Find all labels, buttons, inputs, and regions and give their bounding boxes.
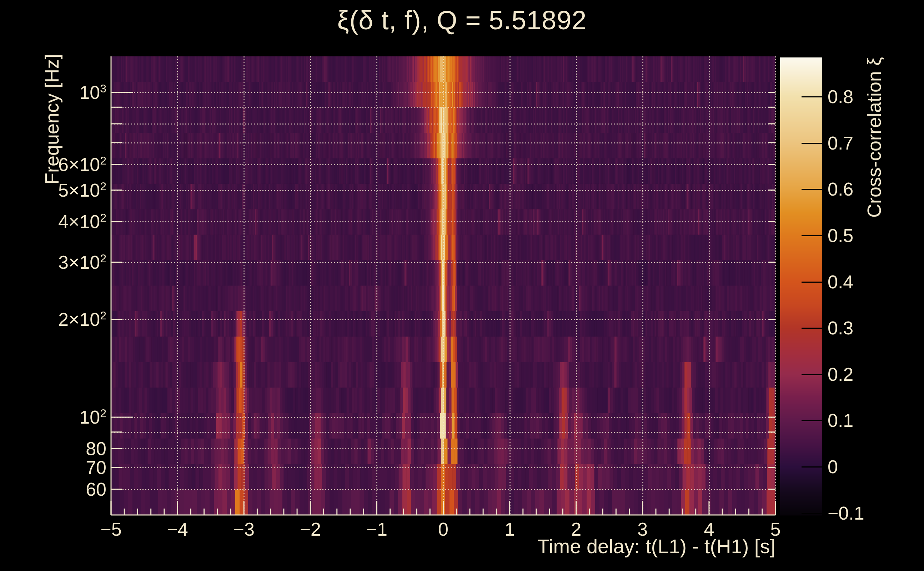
x-tick-label: 1 — [481, 519, 538, 540]
correlation-heatmap-canvas — [0, 0, 924, 571]
figure-title: ξ(δ t, f), Q = 5.51892 — [0, 5, 924, 35]
x-tick-label: −2 — [282, 519, 339, 540]
qscan-figure: ξ(δ t, f), Q = 5.51892 Frequency [Hz] Ti… — [0, 0, 924, 571]
colorbar-title: Cross-correlation ξ — [863, 57, 885, 218]
x-tick-label: 4 — [680, 519, 738, 540]
x-tick-label: −4 — [149, 519, 206, 540]
x-tick-label: 3 — [614, 519, 671, 540]
y-tick-label: 70 — [86, 457, 107, 478]
y-tick-label: 102 — [79, 406, 107, 428]
y-tick-label: 2×102 — [58, 309, 107, 330]
x-tick-label: 2 — [548, 519, 605, 540]
colorbar-tick-label: 0.4 — [828, 271, 853, 293]
y-tick-label: 103 — [79, 82, 107, 103]
colorbar-tick-label: −0.1 — [828, 503, 864, 524]
y-tick-label: 80 — [86, 438, 107, 459]
y-tick-label: 6×102 — [58, 154, 107, 175]
x-tick-label: 5 — [747, 519, 804, 540]
colorbar-tick-label: 0.3 — [828, 317, 853, 339]
x-tick-label: 0 — [415, 519, 472, 540]
colorbar-tick-label: 0.6 — [828, 178, 853, 200]
y-tick-label: 5×102 — [58, 179, 107, 201]
colorbar-tick-label: 0.2 — [828, 364, 853, 385]
y-tick-label: 3×102 — [58, 252, 107, 273]
y-tick-label: 4×102 — [58, 211, 107, 232]
x-tick-label: −3 — [215, 519, 272, 540]
colorbar-tick-label: 0.8 — [828, 86, 853, 107]
colorbar-tick-label: 0.1 — [828, 410, 853, 431]
colorbar-tick-label: 0.5 — [828, 225, 853, 246]
y-tick-label: 60 — [86, 478, 107, 500]
x-tick-label: −1 — [348, 519, 405, 540]
colorbar-tick-label: 0 — [828, 456, 838, 477]
x-tick-label: −5 — [82, 519, 140, 540]
colorbar-tick-label: 0.7 — [828, 133, 853, 154]
